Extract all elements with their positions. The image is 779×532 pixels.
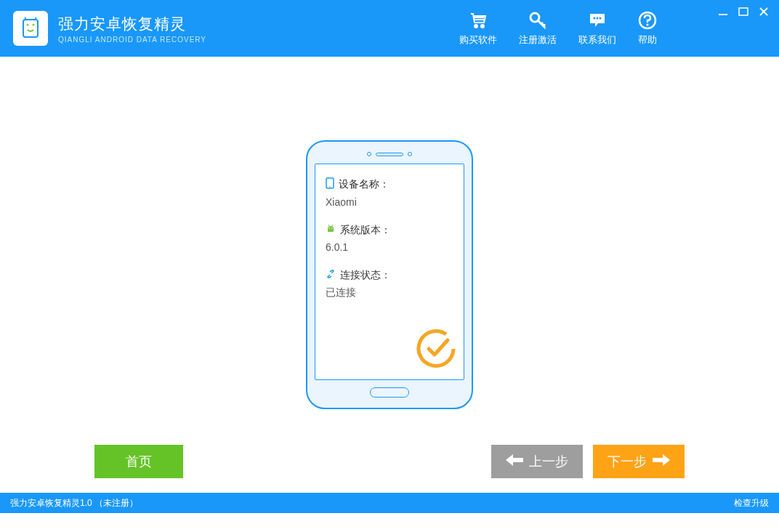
app-title: 强力安卓恢复精灵: [58, 14, 206, 34]
header-actions: 购买软件 注册激活 联系我们: [459, 10, 657, 47]
app-logo: [13, 11, 48, 46]
help-icon: [638, 10, 657, 31]
prev-button-label: 上一步: [529, 453, 568, 470]
navigation-buttons: 首页 上一步 下一步: [0, 445, 779, 478]
maximize-button[interactable]: [738, 6, 748, 19]
status-value: 已连接: [326, 286, 453, 299]
help-label: 帮助: [638, 33, 657, 47]
close-button[interactable]: [759, 6, 769, 19]
svg-point-1: [27, 24, 29, 26]
svg-point-22: [331, 227, 333, 229]
key-icon: [528, 10, 547, 31]
contact-label: 联系我们: [578, 33, 616, 47]
app-subtitle: QIANGLI ANDROID DATA RECOVERY: [58, 36, 206, 44]
home-button-label: 首页: [126, 453, 152, 470]
arrow-left-icon: [506, 454, 523, 469]
activate-label: 注册激活: [519, 33, 557, 47]
arrow-right-icon: [653, 454, 670, 469]
svg-rect-0: [23, 20, 38, 37]
next-button-label: 下一步: [608, 453, 647, 470]
svg-point-10: [594, 17, 596, 20]
minimize-button[interactable]: [718, 6, 728, 19]
version-value: 6.0.1: [326, 241, 453, 253]
next-button[interactable]: 下一步: [593, 445, 685, 478]
footer-status: 强力安卓恢复精灵1.0 （未注册）: [10, 497, 138, 509]
svg-point-2: [33, 24, 35, 26]
svg-rect-16: [739, 8, 748, 15]
connection-status-block: 连接状态： 已连接: [326, 269, 453, 299]
svg-point-14: [647, 24, 649, 26]
link-icon: [326, 269, 336, 282]
device-name-label: 设备名称：: [339, 178, 390, 191]
chat-icon: [588, 10, 607, 31]
contact-us-button[interactable]: 联系我们: [578, 10, 616, 47]
phone-speaker: [367, 152, 412, 156]
status-bar: 强力安卓恢复精灵1.0 （未注册） 检查升级: [0, 493, 779, 513]
phone-icon: [326, 177, 334, 192]
version-label: 系统版本：: [340, 224, 391, 237]
title-block: 强力安卓恢复精灵 QIANGLI ANDROID DATA RECOVERY: [58, 14, 206, 44]
previous-button[interactable]: 上一步: [491, 445, 583, 478]
app-header: 强力安卓恢复精灵 QIANGLI ANDROID DATA RECOVERY 购…: [0, 0, 779, 57]
activate-button[interactable]: 注册激活: [519, 10, 557, 47]
system-version-block: 系统版本： 6.0.1: [326, 224, 453, 253]
main-content: 设备名称： Xiaomi 系统版本： 6.0.1 连接状态：: [0, 57, 779, 493]
svg-point-21: [328, 227, 330, 229]
svg-line-24: [332, 225, 333, 226]
buy-label: 购买软件: [459, 33, 497, 47]
device-info-panel: 设备名称： Xiaomi 系统版本： 6.0.1 连接状态：: [315, 164, 464, 380]
svg-point-12: [600, 17, 602, 20]
svg-point-20: [329, 186, 331, 188]
phone-home-indicator: [370, 387, 409, 398]
cart-icon: [468, 10, 488, 31]
check-update-link[interactable]: 检查升级: [734, 497, 769, 509]
svg-point-11: [597, 17, 599, 20]
svg-point-8: [481, 25, 484, 28]
home-button[interactable]: 首页: [94, 445, 183, 478]
device-name-block: 设备名称： Xiaomi: [326, 177, 453, 208]
status-label: 连接状态：: [340, 269, 391, 282]
connected-check-icon: [414, 327, 458, 374]
help-button[interactable]: 帮助: [638, 10, 657, 47]
device-name-value: Xiaomi: [326, 196, 453, 208]
svg-point-7: [475, 25, 477, 28]
svg-line-23: [328, 225, 329, 226]
android-icon: [326, 224, 336, 237]
buy-software-button[interactable]: 购买软件: [459, 10, 497, 47]
window-controls: [718, 6, 769, 19]
phone-illustration: 设备名称： Xiaomi 系统版本： 6.0.1 连接状态：: [306, 140, 473, 409]
